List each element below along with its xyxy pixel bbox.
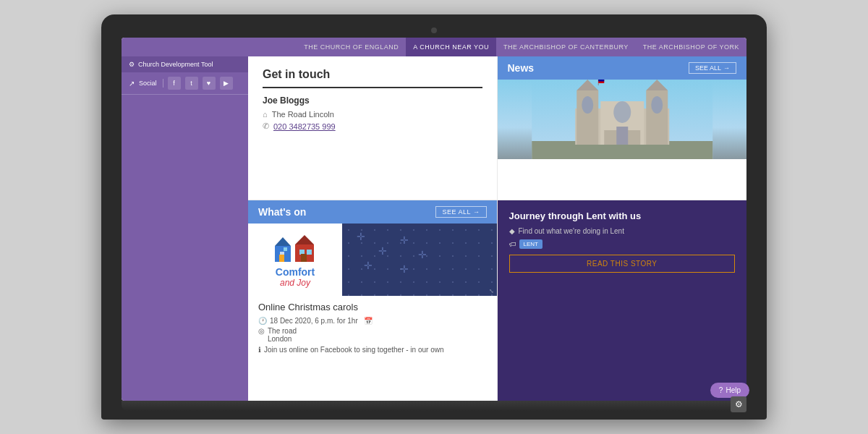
tag-icon: 🏷 (509, 240, 516, 248)
phone-icon: ✆ (263, 122, 269, 131)
help-button[interactable]: ? Help (710, 383, 746, 398)
tools-icon: ⚙ (129, 61, 135, 68)
whats-on-header: What's on SEE ALL → (248, 200, 497, 224)
contact-phone-row: ✆ 020 3482735 999 (263, 122, 482, 131)
news-card: News SEE ALL → (498, 56, 747, 200)
comfort-joy-image: Comfort and Joy (248, 224, 342, 296)
event-title: Online Christmas carols (258, 302, 487, 312)
whats-on-see-all-button[interactable]: SEE ALL → (435, 206, 486, 218)
svg-rect-24 (307, 250, 312, 255)
svg-marker-22 (295, 235, 314, 244)
news-see-all-button[interactable]: SEE ALL → (689, 62, 736, 74)
laptop-camera (431, 27, 437, 33)
clock-icon: 🕐 (258, 317, 267, 325)
comfort-text: Comfort (273, 267, 317, 278)
question-icon: ? (719, 386, 723, 394)
plus-decoration: ✛ (357, 231, 365, 242)
svg-rect-25 (301, 254, 307, 262)
social-facebook[interactable]: f (168, 77, 181, 90)
event-dark-background: ✛ ✛ ✛ ✛ ✛ ✛ ⤡ (342, 224, 497, 296)
event-date-row: 🕐 18 Dec 2020, 6 p.m. for 1hr 📅 (258, 317, 487, 325)
sidebar: ⚙ Church Development Tool ↗ Social f t ♥… (122, 56, 248, 401)
whats-on-card: What's on SEE ALL → (248, 200, 498, 401)
contact-phone-number[interactable]: 020 3482735 999 (273, 122, 336, 131)
location-icon: ◎ (258, 327, 265, 335)
story-subtitle: ◆ Find out what we're doing in Lent (509, 227, 736, 235)
laptop-shell: THE CHURCH OF ENGLAND A CHURCH NEAR YOU … (101, 14, 767, 420)
houses-svg (273, 231, 317, 264)
story-subtitle-icon: ◆ (509, 227, 515, 235)
get-in-touch-title: Get in touch (263, 68, 482, 88)
svg-rect-20 (279, 255, 284, 262)
whats-on-title: What's on (258, 206, 306, 218)
info-icon: ℹ (258, 345, 261, 354)
and-joy-text: and Joy (273, 278, 317, 288)
nav-archbishop-york[interactable]: THE ARCHBISHOP OF YORK (636, 38, 746, 56)
svg-marker-17 (275, 237, 291, 246)
nav-archbishop-canterbury[interactable]: THE ARCHBISHOP OF CANTERBURY (496, 38, 636, 56)
read-story-button[interactable]: READ THIS STORY (509, 255, 736, 273)
laptop-screen: THE CHURCH OF ENGLAND A CHURCH NEAR YOU … (122, 38, 746, 401)
event-details: Online Christmas carols 🕐 18 Dec 2020, 6… (248, 296, 497, 360)
resize-handle[interactable]: ⤡ (489, 288, 495, 294)
calendar-icon: 📅 (364, 317, 373, 325)
event-location-row: ◎ The road London (258, 327, 487, 343)
cathedral-background (498, 80, 747, 159)
cathedral-svg (498, 80, 747, 159)
plus-decoration-2: ✛ (378, 245, 387, 257)
story-card: Journey through Lent with us ◆ Find out … (498, 200, 747, 401)
news-title: News (508, 62, 535, 74)
news-header: News SEE ALL → (498, 56, 747, 80)
plus-decoration-5: ✛ (400, 263, 409, 275)
story-title: Journey through Lent with us (509, 210, 736, 221)
social-twitter[interactable]: t (185, 77, 198, 90)
nav-church-of-england[interactable]: THE CHURCH OF ENGLAND (297, 38, 406, 56)
social-instagram[interactable]: ♥ (203, 77, 216, 90)
top-nav-bar: THE CHURCH OF ENGLAND A CHURCH NEAR YOU … (122, 38, 746, 56)
story-tag-row: 🏷 LENT (509, 239, 736, 249)
plus-decoration-6: ✛ (418, 249, 427, 260)
social-youtube[interactable]: ▶ (220, 77, 233, 90)
svg-rect-19 (284, 247, 287, 251)
comfort-joy-graphic: Comfort and Joy (273, 231, 317, 288)
share-icon: ↗ (129, 80, 135, 88)
plus-decoration-4: ✛ (400, 234, 409, 246)
svg-rect-15 (616, 127, 628, 145)
settings-button[interactable]: ⚙ (731, 396, 746, 401)
home-icon: ⌂ (263, 110, 268, 119)
sidebar-tools-bar: ⚙ Church Development Tool (122, 56, 248, 72)
contact-name: Joe Bloggs (263, 95, 482, 106)
nav-church-near-you[interactable]: A CHURCH NEAR YOU (406, 38, 496, 56)
settings-icon: ⚙ (735, 399, 743, 401)
contact-address-row: ⌂ The Road Lincoln (263, 110, 482, 119)
svg-point-8 (582, 96, 593, 114)
laptop-base (122, 401, 746, 411)
svg-point-9 (651, 96, 663, 114)
plus-decoration-3: ✛ (364, 260, 373, 271)
event-image-area: Comfort and Joy ✛ ✛ (248, 224, 497, 296)
sidebar-social-bar: ↗ Social f t ♥ ▶ (122, 72, 248, 95)
svg-rect-23 (299, 250, 305, 255)
svg-rect-13 (598, 80, 604, 82)
main-content-grid: Get in touch Joe Bloggs ⌂ The Road Linco… (248, 56, 746, 401)
get-in-touch-card: Get in touch Joe Bloggs ⌂ The Road Linco… (248, 56, 498, 200)
page-body: ⚙ Church Development Tool ↗ Social f t ♥… (122, 56, 746, 401)
svg-point-10 (613, 101, 631, 123)
event-description: ℹ Join us online on Facebook to sing tog… (258, 345, 487, 354)
story-tag: LENT (519, 239, 542, 249)
news-image (498, 80, 747, 159)
